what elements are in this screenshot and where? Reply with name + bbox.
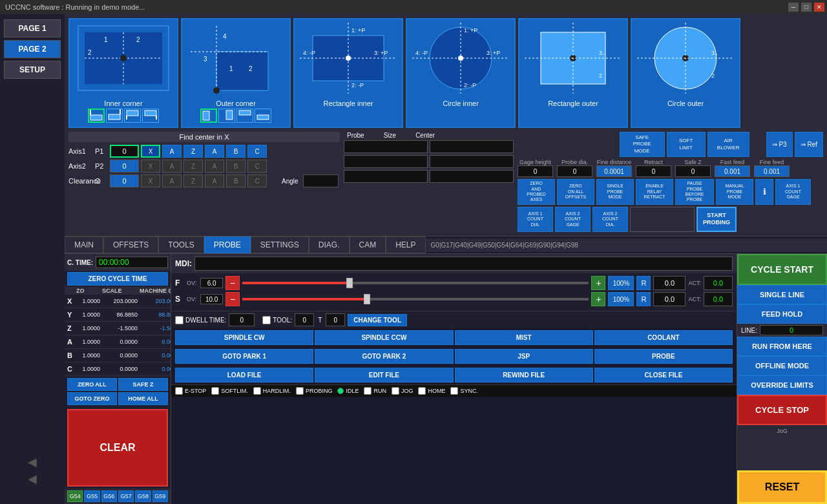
estop-checkbox[interactable] bbox=[175, 387, 183, 395]
angle-input[interactable] bbox=[303, 174, 339, 187]
probe-shape-rect-inner[interactable]: 1: +P 4: -P 3: +P 2: -P Rectangle inner bbox=[293, 18, 403, 128]
info-btn[interactable]: ℹ bbox=[755, 179, 773, 205]
zero-probed-axes-btn[interactable]: ZEROANDPROBEDAXES bbox=[518, 179, 555, 205]
clearance-a2-btn[interactable]: A bbox=[205, 174, 224, 187]
ref-nav-btn[interactable]: ⇒ Ref bbox=[795, 132, 823, 157]
tab-cam[interactable]: CAM bbox=[350, 236, 386, 253]
axis1-b-btn[interactable]: B bbox=[226, 145, 246, 158]
axis1-x-btn[interactable]: X bbox=[141, 145, 160, 158]
page1-btn[interactable]: PAGE 1 bbox=[4, 19, 61, 37]
probe-shape-circle-inner[interactable]: 1: +P 4: -P 3: +P 2: -P Circle inner bbox=[406, 18, 516, 128]
goto-zero-btn[interactable]: GOTO ZERO bbox=[67, 392, 117, 405]
safe-z-input[interactable] bbox=[675, 165, 711, 177]
p3-nav-btn[interactable]: ⇒ P3 bbox=[766, 132, 793, 157]
run-from-here-btn[interactable]: RUN FROM HERE bbox=[737, 337, 827, 356]
axis2-count-dia-btn[interactable]: AXIS 2COUNTDIA. bbox=[592, 207, 628, 232]
axis2-p-input[interactable] bbox=[110, 160, 139, 173]
enable-relay-retract-btn[interactable]: ENABLERELAYRETRACT bbox=[636, 179, 673, 205]
clearance-b-btn[interactable]: B bbox=[226, 174, 246, 187]
g56-btn[interactable]: G56 bbox=[101, 490, 117, 502]
dwell-checkbox[interactable] bbox=[175, 316, 183, 324]
axis2-a2-btn[interactable]: A bbox=[205, 160, 224, 173]
jsp-btn[interactable]: JSP bbox=[455, 349, 593, 364]
axis1-c-btn[interactable]: C bbox=[247, 145, 267, 158]
tab-probe[interactable]: PROBE bbox=[204, 236, 251, 253]
tool-input2[interactable] bbox=[326, 313, 345, 326]
air-blower-btn[interactable]: AIRBLOWER bbox=[707, 132, 749, 157]
tab-tools[interactable]: TOOLS bbox=[158, 236, 204, 253]
feed-ov-input[interactable] bbox=[200, 278, 223, 288]
single-line-btn[interactable]: SINGLE LINE bbox=[737, 285, 827, 304]
feed-minus-btn[interactable]: − bbox=[225, 276, 240, 290]
goto-park2-btn[interactable]: GOTO PARK 2 bbox=[315, 349, 453, 364]
feed-hold-btn[interactable]: FEED HOLD bbox=[737, 304, 827, 324]
run-checkbox[interactable] bbox=[364, 387, 372, 395]
close-btn[interactable]: ✕ bbox=[814, 3, 824, 12]
pause-probe-btn[interactable]: PAUSEPROBEBEFOREPROBE bbox=[675, 179, 714, 205]
g55-btn[interactable]: G55 bbox=[84, 490, 99, 502]
tool-input[interactable] bbox=[295, 313, 314, 326]
feed-plus-btn[interactable]: + bbox=[591, 276, 605, 290]
coolant-btn[interactable]: COOLANT bbox=[594, 330, 733, 345]
axis2-c-btn[interactable]: C bbox=[247, 160, 267, 173]
axis1-a-btn[interactable]: A bbox=[162, 145, 182, 158]
inner-icon-3[interactable] bbox=[124, 109, 141, 123]
speed-ov-input[interactable] bbox=[200, 294, 223, 304]
gage-height-input[interactable] bbox=[518, 165, 553, 177]
g54-btn[interactable]: G54 bbox=[67, 490, 83, 502]
axis2-x-btn[interactable]: X bbox=[141, 160, 160, 173]
speed-minus-btn[interactable]: − bbox=[225, 292, 240, 306]
goto-park1-btn[interactable]: GOTO PARK 1 bbox=[175, 349, 313, 364]
probe-shape-circle-outer[interactable]: 3.. 2 Circle outer bbox=[631, 18, 740, 128]
clearance-c-btn[interactable]: C bbox=[247, 174, 267, 187]
maximize-btn[interactable]: □ bbox=[801, 3, 811, 12]
speed-slider-thumb[interactable] bbox=[364, 294, 370, 304]
setup-btn[interactable]: SETUP bbox=[4, 61, 61, 79]
zero-all-btn[interactable]: ZERO ALL bbox=[67, 378, 117, 391]
probing-checkbox[interactable] bbox=[296, 387, 304, 395]
mist-btn[interactable]: MIST bbox=[455, 330, 593, 345]
jog-checkbox[interactable] bbox=[392, 387, 399, 395]
g58-btn[interactable]: G58 bbox=[135, 490, 151, 502]
speed-r-btn[interactable]: R bbox=[636, 292, 651, 306]
safe-z-btn[interactable]: SAFE Z bbox=[118, 378, 168, 391]
clearance-z-btn[interactable]: Z bbox=[183, 174, 203, 187]
axis1-p-input[interactable] bbox=[110, 145, 139, 158]
axis2-a-btn[interactable]: A bbox=[162, 160, 182, 173]
fine-feed-input[interactable] bbox=[754, 165, 790, 177]
axis1-count-gage-btn[interactable]: AXIS 1COUNTGAGE bbox=[775, 179, 811, 205]
clearance-input[interactable] bbox=[110, 174, 139, 187]
fine-distance-input[interactable] bbox=[596, 165, 632, 177]
load-file-btn[interactable]: LOAD FILE bbox=[175, 368, 313, 383]
axis2-b-btn[interactable]: B bbox=[226, 160, 246, 173]
mdi-input[interactable] bbox=[194, 257, 733, 271]
cycle-stop-btn[interactable]: CYCLE STOP bbox=[737, 395, 827, 425]
softlim-checkbox[interactable] bbox=[211, 387, 219, 395]
reset-btn[interactable]: RESET bbox=[737, 470, 827, 504]
clearance-a-btn[interactable]: A bbox=[162, 174, 182, 187]
outer-icon-2[interactable] bbox=[218, 109, 235, 123]
change-tool-btn[interactable]: CHANGE TOOL bbox=[348, 314, 407, 326]
probe-shape-inner-corner[interactable]: 1 2 2 Inner corner bbox=[68, 18, 178, 128]
g59-btn[interactable]: G59 bbox=[152, 490, 168, 502]
cycle-start-btn[interactable]: CYCLE START bbox=[737, 254, 827, 285]
feed-slider-thumb[interactable] bbox=[346, 278, 353, 288]
tool-checkbox[interactable] bbox=[262, 316, 271, 324]
spindle-cw-btn[interactable]: SPINDLE CW bbox=[175, 330, 313, 345]
clear-btn[interactable]: CLEAR bbox=[67, 409, 168, 487]
probe-shape-rect-outer[interactable]: 3.. 2 Rectangle outer bbox=[518, 18, 628, 128]
offline-mode-btn[interactable]: OFFLINE MODE bbox=[737, 356, 827, 375]
axis1-z-btn[interactable]: Z bbox=[183, 145, 203, 158]
axis2-count-gage-btn[interactable]: AXIS 2COUNTGAGE bbox=[555, 207, 591, 232]
speed-plus-btn[interactable]: + bbox=[591, 292, 605, 306]
dwell-input[interactable] bbox=[229, 313, 255, 326]
tab-help[interactable]: HELP bbox=[386, 236, 425, 253]
axis2-z-btn[interactable]: Z bbox=[183, 160, 203, 173]
axis1-count-dia-btn[interactable]: AXIS 1COUNTDIA. bbox=[518, 207, 553, 232]
soft-limit-btn[interactable]: SOFTLIMIT bbox=[667, 132, 706, 157]
zero-cycle-time-btn[interactable]: ZERO CYCLE TIME bbox=[67, 272, 168, 286]
outer-icon-1[interactable] bbox=[200, 109, 217, 123]
feed-r-btn[interactable]: R bbox=[636, 276, 651, 290]
tab-diag[interactable]: DIAG. bbox=[309, 236, 350, 253]
safe-probe-mode-btn[interactable]: SAFEPROBEMODE bbox=[620, 132, 665, 157]
